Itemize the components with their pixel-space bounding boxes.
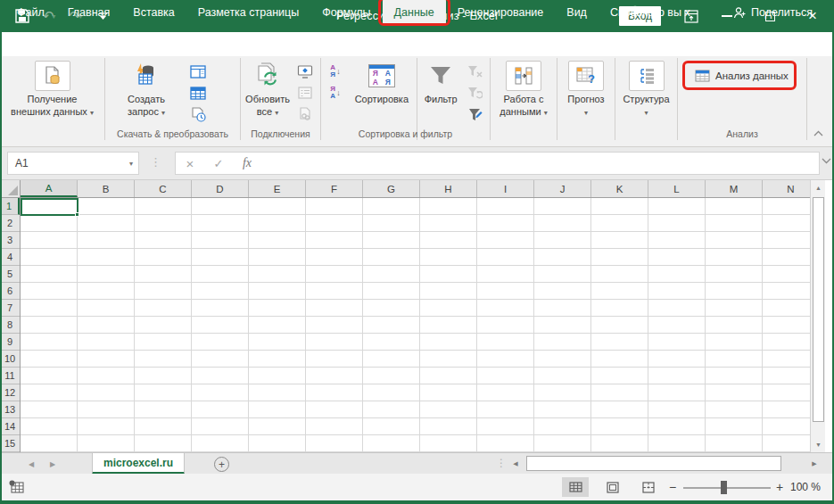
formula-field-wrap: × ✓ fx	[175, 152, 820, 175]
row-header[interactable]: 11	[0, 368, 20, 384]
formula-bar-splitter[interactable]: ⋮	[150, 155, 161, 169]
expand-formula-bar-icon[interactable]	[822, 158, 831, 164]
tab-review[interactable]: Рецензирование	[446, 0, 556, 24]
group-sort-filter: АЯ↓ ЯА↓ ЯААЯ Сортировка Фильтр	[321, 58, 491, 140]
name-box[interactable]: A1 ▾	[7, 152, 139, 175]
column-header[interactable]: H	[420, 180, 477, 197]
show-queries-button[interactable]	[187, 62, 209, 81]
tab-scrollbar-splitter[interactable]: ⋮	[496, 457, 507, 469]
forecast-button[interactable]: ? Прогноз▾	[557, 58, 615, 119]
tab-file[interactable]: Файл	[5, 0, 56, 24]
share-button[interactable]: Поделиться	[733, 0, 813, 24]
dropdown-arrow-icon: ▾	[584, 109, 588, 117]
column-header[interactable]: L	[648, 180, 706, 197]
column-header[interactable]: F	[306, 180, 363, 197]
horizontal-scroll-thumb[interactable]	[526, 456, 781, 471]
row-header[interactable]: 12	[0, 384, 20, 401]
row-header[interactable]: 15	[0, 435, 20, 452]
scroll-up-icon[interactable]: ▲	[811, 180, 826, 195]
scroll-right-icon[interactable]: ▶	[807, 457, 822, 471]
zoom-level-label[interactable]: 100 %	[790, 477, 821, 497]
group-get-transform: Создатьзапрос ▾ Скачать & преобразовать	[105, 58, 241, 140]
filter-funnel-icon	[423, 61, 458, 91]
column-header[interactable]: G	[363, 180, 420, 197]
row-header[interactable]: 8	[0, 317, 20, 334]
column-header[interactable]: K	[591, 180, 648, 197]
sort-az-button[interactable]: АЯ↓	[325, 62, 346, 81]
tab-insert[interactable]: Вставка	[121, 0, 186, 24]
tell-me-label: Что вы х	[646, 6, 690, 19]
column-header[interactable]: C	[135, 180, 192, 197]
column-header[interactable]: A	[21, 180, 78, 197]
sheet-cells[interactable]	[21, 198, 810, 452]
dropdown-arrow-icon: ▾	[161, 109, 165, 117]
page-break-view-button[interactable]	[635, 477, 662, 497]
row-header[interactable]: 9	[0, 334, 20, 351]
name-box-dropdown-icon[interactable]: ▾	[129, 160, 133, 168]
row-header[interactable]: 2	[0, 215, 20, 232]
row-header[interactable]: 13	[0, 401, 20, 418]
zoom-in-button[interactable]: +	[772, 477, 787, 497]
get-external-data-button[interactable]: Получениевнешних данных ▾	[0, 58, 104, 119]
row-header[interactable]: 4	[0, 249, 20, 266]
selected-cell-a1[interactable]	[21, 198, 78, 216]
tab-home[interactable]: Главная	[56, 0, 122, 24]
vertical-scrollbar[interactable]: ▲ ▼	[810, 180, 825, 452]
clear-filter-button[interactable]	[464, 62, 485, 81]
advanced-filter-button[interactable]	[464, 104, 485, 124]
column-header[interactable]: M	[706, 180, 763, 197]
formula-input[interactable]	[261, 153, 819, 174]
next-sheet-icon[interactable]: ▶	[45, 457, 61, 471]
row-header[interactable]: 10	[0, 351, 20, 368]
sort-za-button[interactable]: ЯА↓	[325, 83, 346, 103]
record-macro-icon[interactable]	[9, 480, 24, 493]
row-header[interactable]: 3	[0, 232, 20, 249]
data-tools-button[interactable]: Работа сданными ▾	[491, 58, 557, 119]
share-label: Поделиться	[751, 6, 813, 19]
reapply-filter-button[interactable]	[464, 83, 485, 103]
column-header[interactable]: B	[78, 180, 135, 197]
properties-button[interactable]	[294, 83, 316, 103]
outline-button[interactable]: Структура▾	[615, 58, 677, 119]
select-all-button[interactable]	[0, 180, 21, 198]
zoom-slider-thumb[interactable]	[721, 481, 727, 494]
connections-button[interactable]	[294, 62, 316, 81]
column-header[interactable]: E	[249, 180, 306, 197]
status-bar: − + 100 %	[0, 474, 834, 500]
page-layout-view-button[interactable]	[599, 477, 626, 497]
vertical-scroll-thumb[interactable]	[813, 197, 824, 422]
insert-function-icon[interactable]: fx	[233, 156, 261, 170]
row-header[interactable]: 1	[0, 198, 20, 215]
new-query-icon	[128, 61, 164, 91]
recent-sources-button[interactable]	[187, 104, 209, 124]
row-header[interactable]: 7	[0, 300, 20, 317]
tab-view[interactable]: Вид	[555, 0, 599, 24]
prev-sheet-icon[interactable]: ◀	[23, 457, 39, 471]
zoom-slider-track[interactable]	[683, 487, 771, 489]
tab-data[interactable]: Данные	[383, 0, 446, 24]
tab-formulas[interactable]: Формулы	[310, 0, 382, 24]
column-header[interactable]: D	[192, 180, 249, 197]
column-header[interactable]: J	[534, 180, 591, 197]
normal-view-icon	[569, 482, 582, 492]
tell-me-box[interactable]: Что вы х	[630, 0, 728, 24]
enter-entry-icon[interactable]: ✓	[204, 157, 233, 170]
collapse-ribbon-button[interactable]	[810, 126, 826, 140]
data-analysis-button[interactable]: Анализ данных	[689, 65, 794, 87]
sheet-tab-microexcel[interactable]: microexcel.ru	[92, 453, 185, 475]
zoom-out-button[interactable]: −	[665, 477, 680, 497]
normal-view-button[interactable]	[562, 477, 589, 497]
edit-links-button[interactable]	[294, 104, 316, 124]
tab-page-layout[interactable]: Разметка страницы	[186, 0, 310, 24]
column-header[interactable]: I	[477, 180, 534, 197]
fill-handle[interactable]	[75, 212, 79, 217]
scroll-left-icon[interactable]: ◀	[508, 457, 523, 471]
row-header[interactable]: 14	[0, 418, 20, 435]
scroll-down-icon[interactable]: ▼	[811, 437, 826, 452]
column-header[interactable]: N	[763, 180, 810, 197]
new-sheet-button[interactable]: +	[214, 457, 229, 472]
from-table-button[interactable]	[187, 83, 209, 103]
row-header[interactable]: 6	[0, 283, 20, 300]
row-header[interactable]: 5	[0, 266, 20, 283]
cancel-entry-icon[interactable]: ×	[176, 156, 204, 171]
